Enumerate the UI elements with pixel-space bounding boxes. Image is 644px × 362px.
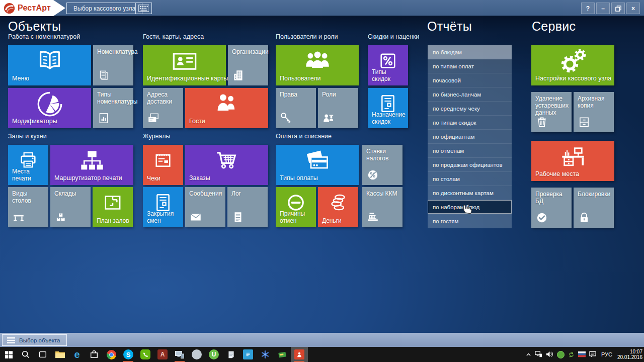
tile-cancel-reasons[interactable]: Причины отмен xyxy=(276,187,316,227)
tile-table-types[interactable]: Виды столов xyxy=(8,187,48,227)
tile-modifiers[interactable]: Модификаторы xyxy=(8,88,91,128)
section-title-reports: Отчёты xyxy=(427,19,472,34)
taskbar-phone-app[interactable] xyxy=(137,347,154,362)
tile-kkm-cash[interactable]: Кассы ККМ xyxy=(362,187,403,227)
tile-warehouses[interactable]: Склады xyxy=(50,187,91,227)
tile-purge-old-data[interactable]: Удаление устаревших данных xyxy=(531,92,572,132)
tile-tax-rates[interactable]: Ставки налогов xyxy=(362,145,403,185)
tile-payment-types[interactable]: Типы оплаты xyxy=(276,145,359,185)
tile-cash-node-settings[interactable]: Настройки кассового узла xyxy=(531,45,614,85)
report-item[interactable]: по продажам официантов xyxy=(428,158,512,172)
tile-nomenclature-types[interactable]: Типы номенклатуры xyxy=(93,88,133,128)
taskbar-gray-app[interactable] xyxy=(188,347,205,362)
tile-label: Чеки xyxy=(147,175,180,182)
taskbar-search[interactable] xyxy=(17,347,34,362)
select-object-button[interactable]: Выбор объекта xyxy=(2,334,67,346)
report-item[interactable]: по отменам xyxy=(428,144,512,158)
tile-workstations[interactable]: Рабочие места xyxy=(531,141,614,181)
tile-hall-plan[interactable]: План залов xyxy=(93,187,133,227)
chrome-icon xyxy=(107,350,116,359)
clock[interactable]: 10:07 20.01.2016 xyxy=(617,349,642,360)
taskbar-edge[interactable]: e xyxy=(68,347,86,362)
tile-organizations[interactable]: Организации xyxy=(228,45,268,85)
tray-flag-ru-icon[interactable] xyxy=(578,351,586,357)
tile-discount-assignment[interactable]: Назначение скидок xyxy=(368,88,408,128)
tile-orders[interactable]: Заказы xyxy=(185,145,268,185)
tile-nomenclature[interactable]: Номенклатура xyxy=(93,45,133,85)
tile-money[interactable]: Деньги xyxy=(318,187,358,227)
taskbar-notepad[interactable] xyxy=(222,347,239,362)
tile-backup-copy[interactable]: Архивная копия xyxy=(574,92,614,132)
taskbar-blue-doc-app[interactable] xyxy=(239,347,257,362)
tile-print-places[interactable]: Места печати xyxy=(8,145,48,185)
on-screen-keyboard-button[interactable] xyxy=(135,3,152,14)
tile-rights[interactable]: Права xyxy=(276,88,316,128)
report-item[interactable]: по бизнес-ланчам xyxy=(428,87,512,102)
taskbar-my-computer[interactable] xyxy=(171,347,188,362)
report-item[interactable]: по официантам xyxy=(428,130,512,144)
tile-discount-types[interactable]: Типы скидок xyxy=(368,45,408,85)
card-app-icon xyxy=(278,350,287,359)
trash-icon xyxy=(535,116,548,129)
report-item[interactable]: по столам xyxy=(428,172,512,186)
minimize-button[interactable]: – xyxy=(596,3,610,14)
tile-users[interactable]: Пользователи xyxy=(276,45,359,85)
taskbar-snowflake-app[interactable] xyxy=(257,347,274,362)
report-item[interactable]: почасовой xyxy=(428,73,512,87)
receipt-icon xyxy=(153,150,173,170)
tile-label: Блокировки xyxy=(578,191,611,198)
tile-messages[interactable]: Сообщения xyxy=(185,187,225,227)
report-item[interactable]: по среднему чеку xyxy=(428,102,512,116)
tile-log[interactable]: Лог xyxy=(227,187,268,227)
tile-print-router[interactable]: Маршрутизатор печати xyxy=(50,145,133,185)
taskbar-store[interactable] xyxy=(86,347,103,362)
help-button[interactable]: ? xyxy=(581,3,595,14)
system-tray: РУС 10:07 20.01.2016 xyxy=(526,347,642,362)
tile-roles[interactable]: Роли xyxy=(318,88,358,128)
tile-label: Типы номенклатуры xyxy=(97,91,130,105)
log-doc-icon xyxy=(231,211,245,224)
report-item[interactable]: по наборам блюд xyxy=(428,200,512,214)
taskbar-card-app[interactable] xyxy=(274,347,291,362)
report-item[interactable]: по дисконтным картам xyxy=(428,186,512,200)
group-label: Скидки и наценки xyxy=(368,33,419,40)
taskbar-access-app[interactable]: A xyxy=(154,347,171,362)
close-button[interactable]: × xyxy=(626,3,640,14)
taskbar-chrome[interactable] xyxy=(103,347,120,362)
tile-guests[interactable]: Гости xyxy=(185,88,268,128)
tile-id-cards[interactable]: Идентификационные карты xyxy=(143,45,226,85)
roles-people-icon xyxy=(322,112,335,125)
tile-db-check[interactable]: Проверка БД xyxy=(531,188,572,228)
tile-delivery-addresses[interactable]: Адреса доставки xyxy=(143,88,183,128)
language-indicator[interactable]: РУС xyxy=(601,351,612,357)
tile-menu[interactable]: Меню xyxy=(8,45,91,85)
tray-expand-icon[interactable] xyxy=(526,352,531,357)
tray-network-icon[interactable] xyxy=(535,351,542,357)
keyboard-icon xyxy=(138,5,149,12)
tray-antivirus-icon[interactable] xyxy=(557,351,565,358)
tray-messages-icon[interactable] xyxy=(589,351,596,357)
tile-receipts[interactable]: Чеки xyxy=(143,145,183,185)
access-app-icon: A xyxy=(157,349,168,359)
key-icon xyxy=(280,112,293,125)
taskbar-start[interactable] xyxy=(0,347,17,362)
cash-node-select-button[interactable]: Выбор кассового узла xyxy=(66,3,142,14)
taskbar-restart-app[interactable] xyxy=(291,347,308,362)
report-item[interactable]: по типам оплат xyxy=(428,59,512,73)
tray-volume-icon[interactable] xyxy=(546,351,553,357)
tray-sync-icon[interactable] xyxy=(568,351,575,358)
taskbar-file-explorer[interactable] xyxy=(51,347,68,362)
report-item[interactable]: по гостям xyxy=(428,214,512,228)
report-item[interactable]: по типам скидок xyxy=(428,116,512,130)
floor-plan-icon xyxy=(103,193,123,213)
envelopes-icon xyxy=(147,112,160,125)
tile-locks[interactable]: Блокировки xyxy=(574,188,614,228)
taskbar-utorrent[interactable]: U xyxy=(205,347,222,362)
restore-button[interactable] xyxy=(611,3,625,14)
restore-icon xyxy=(615,6,621,12)
taskbar-skype[interactable]: S xyxy=(120,347,137,362)
report-item[interactable]: по блюдам xyxy=(428,45,512,59)
tile-shift-closings[interactable]: Закрытия смен xyxy=(143,187,183,227)
taskbar-task-view[interactable] xyxy=(34,347,51,362)
tile-label: Адреса доставки xyxy=(147,91,180,105)
